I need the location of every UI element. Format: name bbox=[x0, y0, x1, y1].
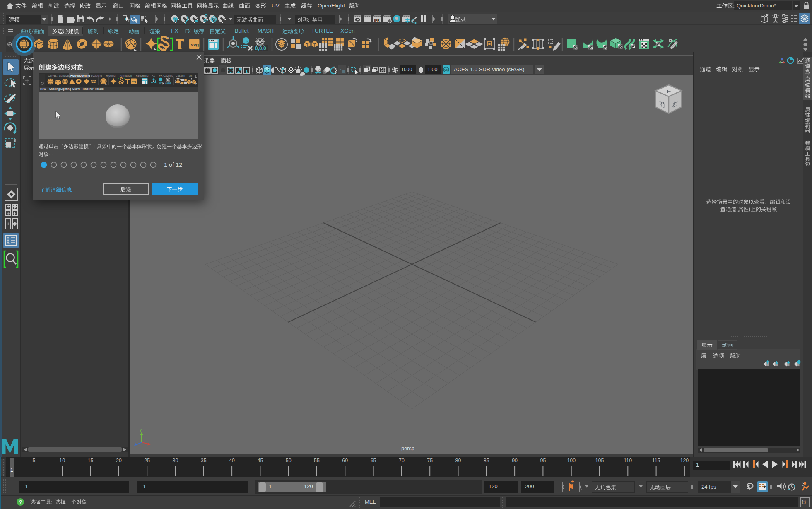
svg-text:svg: svg bbox=[132, 80, 136, 83]
svg-text:0,0,0: 0,0,0 bbox=[166, 82, 171, 84]
